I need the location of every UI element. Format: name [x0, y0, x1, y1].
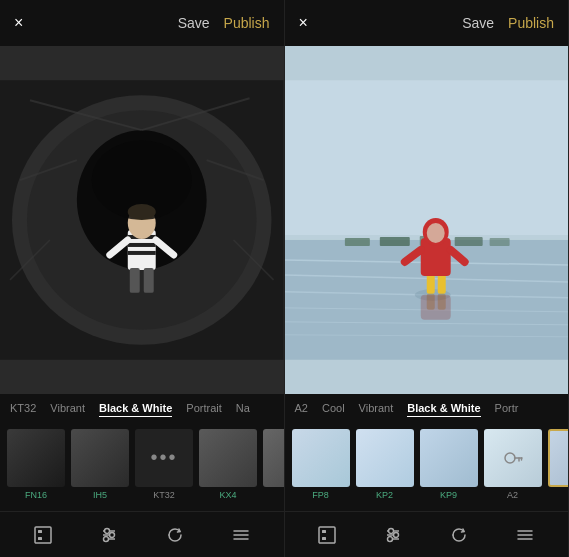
filter-01-thumb: [263, 429, 284, 487]
svg-rect-62: [319, 527, 335, 543]
svg-rect-14: [130, 268, 140, 293]
svg-rect-12: [128, 243, 156, 247]
left-more-button[interactable]: [223, 517, 259, 553]
svg-point-70: [388, 536, 393, 541]
svg-rect-42: [344, 238, 369, 246]
filter-fn16-thumb: [7, 429, 65, 487]
left-cat-bw[interactable]: Black & White: [99, 400, 172, 417]
filter-kx4-label: KX4: [219, 490, 236, 500]
svg-rect-63: [322, 530, 326, 533]
right-category-tabs: A2 Cool Vibrant Black & White Portr: [285, 394, 569, 421]
right-main-image: [285, 46, 569, 394]
right-adjust-button[interactable]: [375, 517, 411, 553]
svg-rect-64: [322, 537, 326, 540]
filter-ih5-label: IH5: [93, 490, 107, 500]
right-bottom-toolbar: [285, 511, 569, 557]
svg-point-27: [104, 528, 109, 533]
right-cat-cool[interactable]: Cool: [322, 400, 345, 417]
filter-kp2[interactable]: KP2: [355, 429, 415, 500]
svg-rect-46: [489, 238, 509, 246]
filter-ih5-thumb: [71, 429, 129, 487]
left-header: × Save Publish: [0, 0, 284, 46]
right-publish-button[interactable]: Publish: [508, 15, 554, 31]
right-cat-bw[interactable]: Black & White: [407, 400, 480, 417]
svg-rect-57: [420, 295, 450, 320]
left-adjust-button[interactable]: [91, 517, 127, 553]
left-cat-vibrant[interactable]: Vibrant: [50, 400, 85, 417]
svg-point-52: [426, 223, 444, 243]
filter-kt32[interactable]: ••• KT32: [134, 429, 194, 500]
filter-a2-label: A2: [507, 490, 518, 500]
left-frames-button[interactable]: [25, 517, 61, 553]
svg-rect-45: [454, 237, 482, 246]
right-history-button[interactable]: [441, 517, 477, 553]
left-panel: × Save Publish: [0, 0, 285, 557]
svg-rect-43: [379, 237, 409, 246]
filter-fn16-label: FN16: [25, 490, 47, 500]
left-filter-strip: FN16 IH5 ••• KT32 KX4 01 02: [0, 421, 284, 511]
svg-point-69: [394, 532, 399, 537]
svg-point-29: [103, 536, 108, 541]
filter-kp9-thumb: [420, 429, 478, 487]
left-category-tabs: KT32 Vibrant Black & White Portrait Na: [0, 394, 284, 421]
left-cat-kt32[interactable]: KT32: [10, 400, 36, 417]
svg-point-20: [92, 140, 192, 220]
left-save-button[interactable]: Save: [178, 15, 210, 31]
svg-point-58: [505, 453, 515, 463]
right-filter-strip: FP8 KP2 KP9 A2 A5: [285, 421, 569, 511]
right-header: × Save Publish: [285, 0, 569, 46]
filter-a5[interactable]: A5: [547, 429, 569, 500]
filter-fp8-thumb: [292, 429, 350, 487]
filter-kx4-thumb: [199, 429, 257, 487]
svg-rect-15: [144, 268, 154, 293]
filter-fp8-label: FP8: [312, 490, 329, 500]
filter-01[interactable]: 01: [262, 429, 284, 500]
filter-ih5[interactable]: IH5: [70, 429, 130, 500]
filter-a2-thumb: [484, 429, 542, 487]
right-panel: × Save Publish: [285, 0, 570, 557]
left-cat-na[interactable]: Na: [236, 400, 250, 417]
svg-point-28: [109, 532, 114, 537]
filter-kp2-thumb: [356, 429, 414, 487]
right-save-button[interactable]: Save: [462, 15, 494, 31]
left-header-actions: Save Publish: [178, 15, 270, 31]
svg-rect-22: [38, 530, 42, 533]
svg-rect-33: [285, 80, 569, 240]
right-cat-portrait[interactable]: Portr: [495, 400, 519, 417]
right-cat-vibrant[interactable]: Vibrant: [359, 400, 394, 417]
right-cat-a2[interactable]: A2: [295, 400, 308, 417]
filter-fp8[interactable]: FP8: [291, 429, 351, 500]
filter-kp2-label: KP2: [376, 490, 393, 500]
svg-rect-21: [35, 527, 51, 543]
filter-kx4[interactable]: KX4: [198, 429, 258, 500]
right-more-button[interactable]: [507, 517, 543, 553]
right-header-actions: Save Publish: [462, 15, 554, 31]
filter-a2[interactable]: A2: [483, 429, 543, 500]
svg-rect-23: [38, 537, 42, 540]
filter-kp9[interactable]: KP9: [419, 429, 479, 500]
left-main-image: [0, 46, 284, 394]
filter-kt32-thumb: •••: [135, 429, 193, 487]
left-cat-portrait[interactable]: Portrait: [186, 400, 221, 417]
left-close-button[interactable]: ×: [14, 14, 23, 32]
left-history-button[interactable]: [157, 517, 193, 553]
filter-kt32-label: KT32: [153, 490, 175, 500]
filter-fn16[interactable]: FN16: [6, 429, 66, 500]
right-close-button[interactable]: ×: [299, 14, 308, 32]
left-publish-button[interactable]: Publish: [224, 15, 270, 31]
right-frames-button[interactable]: [309, 517, 345, 553]
left-bottom-toolbar: [0, 511, 284, 557]
filter-kp9-label: KP9: [440, 490, 457, 500]
svg-point-68: [389, 528, 394, 533]
filter-a5-thumb: [548, 429, 569, 487]
svg-rect-13: [128, 251, 156, 255]
